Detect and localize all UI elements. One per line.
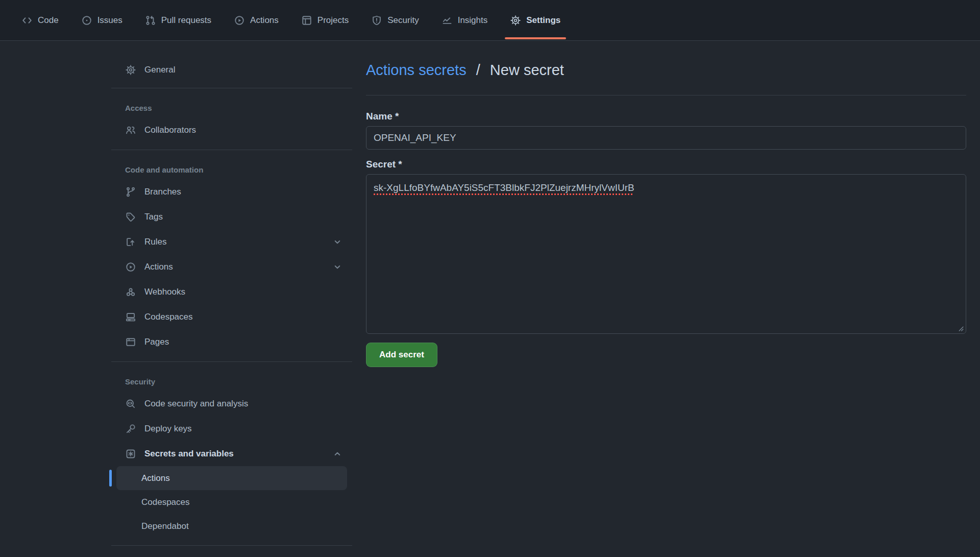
chevron-up-icon [333,449,342,458]
nav-tab-security[interactable]: Security [364,0,426,40]
nav-tab-code[interactable]: Code [14,0,66,40]
sidebar-subitem-actions[interactable]: Actions [116,466,347,490]
sidebar-section-code-automation: Code and automation [111,165,352,174]
play-icon [126,262,136,272]
gear-icon [126,65,136,75]
browser-icon [126,337,136,347]
graph-icon [442,15,452,26]
divider [111,88,352,88]
divider [111,545,352,546]
nav-tab-projects[interactable]: Projects [294,0,356,40]
sidebar-item-actions[interactable]: Actions [111,254,352,279]
divider [111,150,352,150]
pull-request-icon [145,15,156,26]
actions-secrets-link[interactable]: Actions secrets [366,62,467,78]
shield-icon [372,15,382,26]
nav-tab-label: Actions [250,15,279,26]
sidebar-item-label: Code security and analysis [144,399,248,409]
key-asterisk-icon [126,449,136,459]
sidebar-item-pages[interactable]: Pages [111,329,352,354]
breadcrumb-separator: / [476,62,480,78]
issue-opened-icon [82,15,92,26]
repo-tab-nav: Code Issues Pull requests Actions Projec… [0,0,980,41]
sidebar-item-general[interactable]: General [111,59,352,81]
divider [366,95,966,95]
sidebar-subitem-label: Actions [141,473,170,483]
chevron-down-icon [333,262,342,272]
sidebar-item-label: Pages [144,337,169,347]
secret-value-text: sk-XgLLfoBYfwAbAY5iS5cFT3BlbkFJ2PlZuejrz… [374,182,634,193]
page-title: Actions secrets / New secret [366,60,966,80]
sidebar-item-branches[interactable]: Branches [111,179,352,204]
sidebar-item-label: Collaborators [144,125,196,135]
codespaces-icon [126,312,136,322]
sidebar-item-webhooks[interactable]: Webhooks [111,279,352,304]
nav-tab-label: Security [387,15,419,26]
sidebar-item-label: General [144,65,175,75]
secret-label: Secret * [366,159,966,170]
nav-tab-settings[interactable]: Settings [503,0,568,40]
sidebar-item-label: Tags [144,212,163,222]
nav-tab-insights[interactable]: Insights [434,0,496,40]
sidebar-item-codespaces[interactable]: Codespaces [111,304,352,329]
sidebar-item-collaborators[interactable]: Collaborators [111,117,352,142]
nav-tab-label: Pull requests [161,15,211,26]
key-icon [126,424,136,434]
sidebar-item-secrets-variables[interactable]: Secrets and variables [111,441,352,466]
sidebar-item-label: Actions [144,262,173,272]
nav-tab-label: Insights [458,15,488,26]
people-icon [126,125,136,135]
breadcrumb-current: New secret [490,62,564,78]
rules-icon [126,237,136,247]
git-branch-icon [126,187,136,197]
nav-tab-label: Code [38,15,59,26]
active-tab-underline [505,37,566,39]
sidebar-item-label: Secrets and variables [144,449,234,459]
divider [111,361,352,362]
webhook-icon [126,287,136,297]
name-label: Name * [366,111,966,122]
sidebar-subitem-label: Codespaces [141,497,190,507]
active-item-indicator [109,470,112,487]
settings-page: General Access Collaborators Code and au… [0,41,980,546]
secret-value-textarea[interactable]: sk-XgLLfoBYfwAbAY5iS5cFT3BlbkFJ2PlZuejrz… [366,174,966,334]
nav-tab-label: Issues [97,15,122,26]
play-icon [234,15,244,26]
sidebar-section-security: Security [111,377,352,386]
chevron-down-icon [333,237,342,247]
sidebar-item-label: Rules [144,237,166,247]
sidebar-subitem-label: Dependabot [141,521,189,531]
gear-icon [510,15,521,26]
sidebar-item-label: Codespaces [144,312,193,322]
sidebar-item-deploy-keys[interactable]: Deploy keys [111,416,352,441]
sidebar-item-code-security[interactable]: Code security and analysis [111,391,352,416]
sidebar-item-label: Webhooks [144,287,185,297]
code-icon [22,15,32,26]
secret-name-input[interactable] [366,126,966,150]
sidebar-item-label: Branches [144,187,181,197]
add-secret-button[interactable]: Add secret [366,343,437,367]
code-scan-icon [126,399,136,409]
sidebar-section-access: Access [111,104,352,112]
nav-tab-label: Projects [317,15,349,26]
sidebar-item-label: Deploy keys [144,424,192,434]
sidebar-subitem-dependabot[interactable]: Dependabot [116,514,347,538]
table-icon [302,15,312,26]
new-secret-form: Actions secrets / New secret Name * Secr… [366,41,966,367]
sidebar-item-rules[interactable]: Rules [111,229,352,254]
settings-sidebar: General Access Collaborators Code and au… [111,41,352,546]
tag-icon [126,212,136,222]
resize-grip-icon[interactable] [957,325,964,331]
sidebar-subitem-codespaces[interactable]: Codespaces [116,490,347,514]
nav-tab-label: Settings [526,15,560,26]
nav-tab-pull-requests[interactable]: Pull requests [138,0,219,40]
sidebar-item-tags[interactable]: Tags [111,204,352,229]
nav-tab-issues[interactable]: Issues [74,0,130,40]
nav-tab-actions[interactable]: Actions [227,0,286,40]
